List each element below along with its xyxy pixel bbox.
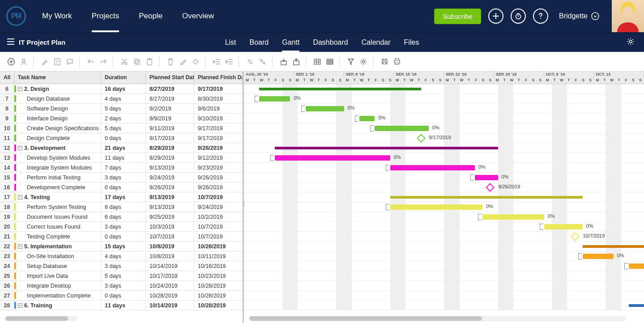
task-bar[interactable] (390, 204, 482, 210)
milestone-icon[interactable] (192, 58, 200, 66)
gantt-row[interactable] (244, 192, 644, 202)
export-icon[interactable] (292, 58, 300, 66)
task-bar[interactable] (390, 165, 475, 170)
table-row[interactable]: 6−2. Design16 days8/27/20199/17/2019 (0, 84, 243, 94)
comment-icon[interactable] (66, 58, 74, 66)
table-row[interactable]: 25Import Live Data5 days10/17/201910/23/… (0, 271, 243, 281)
gantt-row[interactable]: 0% (244, 212, 644, 222)
import-icon[interactable] (280, 58, 288, 66)
gantt-row[interactable]: 0% (244, 261, 644, 271)
hamburger-icon[interactable] (7, 38, 14, 46)
task-bar[interactable] (544, 224, 583, 230)
gantt-row[interactable]: 0% (244, 222, 644, 232)
grid-scrollbar-thumb[interactable] (5, 316, 68, 321)
milestone-diamond[interactable] (486, 183, 495, 192)
table-row[interactable]: 19Document Issues Found6 days9/25/201910… (0, 212, 243, 222)
help-button[interactable] (533, 8, 548, 24)
gantt-row[interactable]: 0% (244, 173, 644, 183)
table-row[interactable]: 22−5. Implementation15 days10/8/201910/2… (0, 242, 243, 251)
undo-icon[interactable] (87, 58, 95, 66)
table-row[interactable]: 12−3. Development21 days8/29/20199/26/20… (0, 143, 243, 153)
task-bar[interactable] (259, 96, 290, 102)
add-button[interactable] (488, 8, 503, 24)
grid-scrollbar[interactable] (5, 316, 77, 321)
nav-my-work[interactable]: My Work (32, 0, 82, 32)
brand-logo[interactable]: PM (0, 0, 32, 32)
collapse-toggle[interactable]: − (18, 195, 22, 200)
table-row[interactable]: 13Develop System Modules11 days8/29/2019… (0, 153, 243, 163)
summary-bar[interactable] (390, 196, 583, 199)
gantt-scrollbar-thumb[interactable] (249, 316, 482, 321)
avatar[interactable] (612, 0, 644, 32)
viewtab-dashboard[interactable]: Dashboard (313, 33, 348, 52)
subscribe-button[interactable]: Subscribe (434, 8, 481, 24)
table-row[interactable]: 28−6. Training11 days10/14/201910/28/201… (0, 301, 243, 310)
collapse-toggle[interactable]: − (18, 146, 22, 150)
indent-icon[interactable] (225, 58, 233, 66)
viewtab-list[interactable]: List (225, 33, 236, 52)
col-all[interactable]: All (0, 72, 14, 84)
user-menu[interactable]: Bridgette (555, 12, 605, 20)
gantt-row[interactable]: 9/26/2019 (244, 183, 644, 192)
summary-bar[interactable] (583, 245, 644, 248)
col-finish[interactable]: Planned Finish Date (194, 72, 243, 84)
nav-projects[interactable]: Projects (82, 0, 129, 32)
timer-icon[interactable] (511, 8, 526, 24)
table-row[interactable]: 10Create Design Specifications5 days9/11… (0, 123, 243, 133)
save-icon[interactable] (380, 58, 388, 66)
gantt-row[interactable] (244, 143, 644, 153)
delete-icon[interactable] (166, 58, 175, 66)
assign-icon[interactable] (20, 58, 28, 66)
add-task-icon[interactable] (7, 58, 15, 66)
viewtab-board[interactable]: Board (250, 33, 269, 52)
task-bar[interactable] (629, 264, 644, 269)
task-bar[interactable] (306, 106, 344, 111)
collapse-toggle[interactable]: − (18, 87, 22, 91)
edit-icon[interactable] (41, 58, 49, 66)
gantt-row[interactable]: 0% (244, 202, 644, 212)
redo-icon[interactable] (99, 58, 107, 66)
table-row[interactable]: 26Integrate Desktop3 days10/24/201910/28… (0, 281, 243, 291)
table-row[interactable]: 18Perform System Testing8 days9/13/20199… (0, 202, 243, 212)
col-name[interactable]: Task Name (14, 72, 101, 84)
gantt-row[interactable] (244, 281, 644, 291)
table-row[interactable]: 7Design Database4 days8/27/20198/30/2019 (0, 94, 243, 104)
task-bar[interactable] (482, 214, 544, 220)
col-duration[interactable]: Duration (101, 72, 146, 84)
gantt-row[interactable] (244, 84, 644, 94)
task-bar[interactable] (275, 155, 390, 161)
gantt-body[interactable]: 0%0%0%0%9/17/20190%0%0%9/26/20190%0%0%10… (244, 84, 644, 310)
gantt-row[interactable] (244, 271, 644, 281)
gantt-row[interactable]: 10/7/2019 (244, 232, 644, 242)
gantt-row[interactable] (244, 242, 644, 251)
outdent-icon[interactable] (213, 58, 221, 66)
table-row[interactable]: 8Software Design5 days9/2/20199/6/2019 (0, 104, 243, 114)
gantt-row[interactable]: 0% (244, 163, 644, 173)
settings-gear[interactable] (617, 37, 644, 47)
milestone-diamond[interactable] (571, 232, 580, 241)
settings-icon[interactable] (359, 58, 367, 66)
clear-icon[interactable] (179, 58, 187, 66)
table-row[interactable]: 14Integrate System Modules7 days9/13/201… (0, 163, 243, 173)
table-row[interactable]: 15Perform Initial Testing3 days9/24/2019… (0, 173, 243, 183)
gantt-row[interactable]: 0% (244, 153, 644, 163)
table-row[interactable]: 27Implementation Complete0 days10/28/201… (0, 291, 243, 301)
task-bar[interactable] (583, 254, 614, 259)
summary-bar[interactable] (259, 88, 421, 90)
unlink-icon[interactable] (259, 58, 267, 66)
print-icon[interactable] (393, 58, 401, 66)
grid-small-icon[interactable] (313, 58, 321, 66)
gantt-scrollbar[interactable] (249, 316, 626, 321)
gantt-row[interactable] (244, 291, 644, 301)
viewtab-calendar[interactable]: Calendar (362, 33, 391, 52)
milestone-diamond[interactable] (417, 134, 426, 143)
cut-icon[interactable] (120, 58, 128, 66)
table-row[interactable]: 24Setup Database3 days10/14/201910/16/20… (0, 261, 243, 271)
table-row[interactable]: 11Design Complete0 days9/17/20199/17/201… (0, 133, 243, 143)
nav-people[interactable]: People (129, 0, 172, 32)
table-row[interactable]: 16Development Complete0 days9/26/20199/2… (0, 183, 243, 192)
gantt-row[interactable]: 0% (244, 104, 644, 114)
viewtab-files[interactable]: Files (404, 33, 419, 52)
gantt-row[interactable]: 0% (244, 123, 644, 133)
summary-bar[interactable] (629, 304, 644, 307)
